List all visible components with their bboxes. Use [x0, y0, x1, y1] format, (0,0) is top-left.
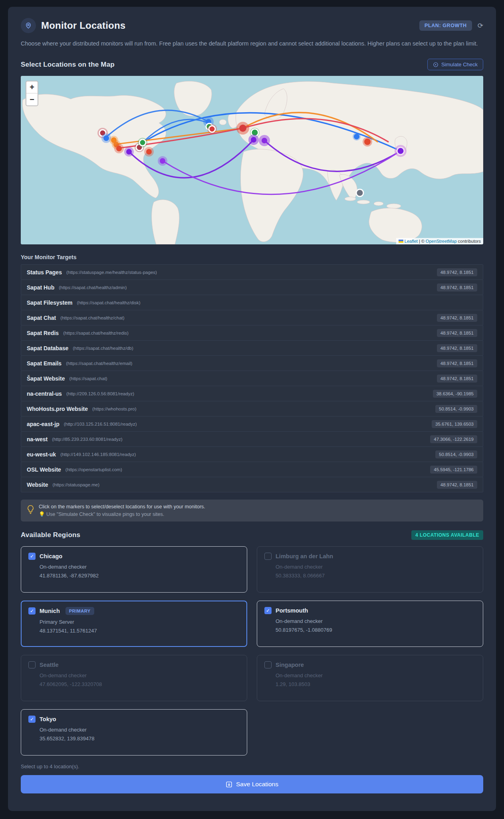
selection-note: Select up to 4 location(s). [21, 763, 483, 769]
marker-us-purple-1[interactable] [124, 147, 134, 157]
marker-italy-purple-2[interactable] [259, 135, 270, 146]
coords-badge: 47.3066, -122.2619 [430, 435, 477, 443]
page-description: Choose where your distributed monitors w… [21, 39, 480, 48]
target-row: Website(https://statuspage.me)48.9742, 8… [21, 477, 483, 492]
coords-badge: 35.6761, 139.6503 [432, 420, 477, 428]
target-row: Šapat Website(https://sapat.chat)48.9742… [21, 371, 483, 386]
map-zoom-control: + − [26, 81, 38, 106]
coords-badge: 45.5945, -121.1786 [430, 466, 477, 474]
simulate-check-button[interactable]: Simulate Check [427, 59, 483, 70]
save-icon [226, 781, 232, 788]
marker-germany-red[interactable] [236, 122, 249, 135]
marker-singapore-gray-ringed[interactable] [356, 189, 363, 196]
coords-badge: 50.8514, -0.9903 [435, 450, 477, 458]
target-row: apac-east-jp(http://103.125.216.51:8081/… [21, 416, 483, 432]
target-row: Sapat Redis(https://sapat.chat/healthz/r… [21, 325, 483, 341]
target-row: eu-west-uk(http://149.102.146.185:8081/r… [21, 446, 483, 462]
target-row: Status Pages(https://statuspage.me/healt… [21, 264, 483, 280]
map-section-title: Select Locations on the Map [21, 61, 115, 69]
zoom-in-button[interactable]: + [26, 81, 38, 93]
coords-badge: 48.9742, 8.1851 [437, 284, 477, 292]
page-title: Monitor Locations [41, 20, 419, 31]
regions-heading: Available Regions [21, 531, 80, 539]
region-card-limburg: Limburg an der Lahn On-demand checker 50… [257, 546, 483, 593]
save-locations-button[interactable]: Save Locations [21, 775, 483, 793]
monitor-locations-panel: Monitor Locations PLAN: GROWTH ⟳ Choose … [8, 7, 496, 811]
checkbox-checked[interactable]: ✓ [28, 553, 36, 560]
targets-heading: Your Monitor Targets [21, 254, 483, 260]
coords-badge: 48.9742, 8.1851 [437, 329, 477, 337]
marker-us-red-1[interactable] [114, 144, 124, 153]
tip-line-2: 💡 Use "Simulate Check" to visualize ping… [39, 511, 205, 517]
marker-korea-red[interactable] [363, 137, 372, 147]
marker-gulf-purple[interactable] [158, 156, 167, 166]
map-canvas [21, 76, 483, 244]
checkbox-checked[interactable]: ✓ [28, 607, 36, 615]
marker-italy-purple-1[interactable] [248, 135, 259, 145]
coords-badge: 48.9742, 8.1851 [437, 314, 477, 322]
play-circle-icon [433, 62, 439, 67]
world-map[interactable]: + − [21, 76, 483, 244]
map-section-header: Select Locations on the Map Simulate Che… [21, 59, 483, 70]
leaflet-link[interactable]: Leaflet [405, 239, 418, 244]
coords-badge: 48.9742, 8.1851 [437, 268, 477, 276]
locations-available-badge: 4 LOCATIONS AVAILABLE [411, 530, 483, 540]
coords-badge: 48.9742, 8.1851 [437, 344, 477, 352]
header: Monitor Locations PLAN: GROWTH ⟳ [21, 18, 483, 33]
target-row: Sapat Emails(https://sapat.chat/healthz/… [21, 355, 483, 371]
region-card-singapore: Singapore On-demand checker 1.29, 103.85… [257, 655, 483, 701]
zoom-out-button[interactable]: − [26, 93, 38, 105]
marker-korea-blue[interactable] [353, 133, 361, 141]
coords-badge: 48.9742, 8.1851 [437, 359, 477, 367]
target-row: na-west(http://85.239.233.60:8081/readyz… [21, 431, 483, 447]
regions-header: Available Regions 4 LOCATIONS AVAILABLE [21, 530, 483, 540]
checkbox-unchecked[interactable] [28, 661, 36, 668]
target-row: Sapat Database(https://sapat.chat/health… [21, 340, 483, 356]
tip-box: Click on the markers to select/deselect … [21, 500, 483, 522]
target-row: OSL Website(https://openstartuplist.com)… [21, 462, 483, 477]
target-row: Sapat Hub(https://sapat.chat/healthz/adm… [21, 280, 483, 295]
target-row: na-central-us(http://209.126.0.56:8081/r… [21, 386, 483, 401]
location-pin-icon [21, 18, 36, 33]
region-cards: ✓Chicago On-demand checker 41.8781136, -… [21, 546, 483, 756]
coords-badge: 48.9742, 8.1851 [437, 481, 477, 489]
region-card-portsmouth[interactable]: ✓Portsmouth On-demand checker 50.8197675… [257, 601, 483, 647]
checkbox-checked[interactable]: ✓ [264, 607, 272, 614]
primary-badge: PRIMARY [65, 607, 94, 615]
region-card-chicago[interactable]: ✓Chicago On-demand checker 41.8781136, -… [21, 546, 247, 593]
plan-badge: PLAN: GROWTH [419, 20, 472, 31]
target-row: WhoHosts.pro Website(https://whohosts.pr… [21, 401, 483, 416]
checkbox-unchecked[interactable] [264, 661, 272, 668]
refresh-icon[interactable]: ⟳ [478, 22, 483, 30]
lightbulb-icon [27, 505, 34, 516]
targets-list: Status Pages(https://statuspage.me/healt… [21, 264, 483, 492]
marker-uk-red-ringed[interactable] [207, 124, 217, 134]
coords-badge: 48.9742, 8.1851 [437, 375, 477, 383]
region-card-tokyo[interactable]: ✓Tokyo On-demand checker 35.652832, 139.… [21, 709, 247, 756]
tip-line-1: Click on the markers to select/deselect … [39, 504, 205, 510]
ukraine-flag-icon [399, 240, 403, 243]
region-card-seattle: Seattle On-demand checker 47.6062095, -1… [21, 655, 247, 701]
region-card-munich[interactable]: ✓MunichPRIMARY Primary Server 48.1371541… [21, 601, 247, 647]
checkbox-checked[interactable]: ✓ [28, 716, 36, 723]
target-row: Sapat Chat(https://sapat.chat/healthz/ch… [21, 310, 483, 325]
coords-badge: 50.8514, -0.9903 [435, 405, 477, 413]
map-attribution: Leaflet | © OpenStreetMap contributors [396, 238, 483, 244]
marker-chicago-green-ringed[interactable] [138, 138, 147, 147]
target-row: Sapat Filesystem(https://sapat.chat/heal… [21, 295, 483, 310]
checkbox-unchecked[interactable] [264, 553, 272, 560]
marker-tokyo-purple-ringed[interactable] [395, 145, 407, 157]
marker-us-red-2[interactable] [144, 147, 154, 157]
osm-link[interactable]: OpenStreetMap [426, 239, 457, 244]
marker-seattle-blue[interactable] [101, 133, 111, 143]
coords-badge: 38.6364, -90.1985 [433, 390, 477, 398]
